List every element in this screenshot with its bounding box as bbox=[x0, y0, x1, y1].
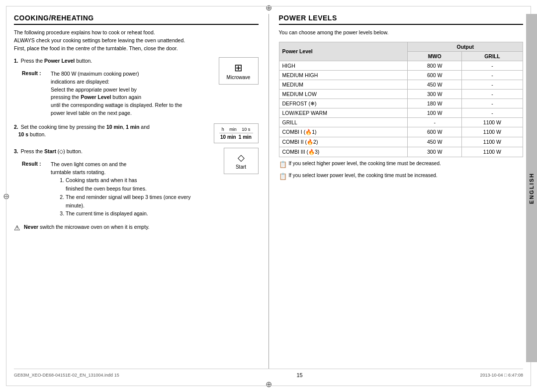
power-level-col-header: Power Level bbox=[279, 42, 408, 61]
table-note-2: 📋 If you select lower power level, the c… bbox=[279, 172, 524, 181]
note2-text: If you select lower power level, the coo… bbox=[289, 172, 438, 179]
timer-box: h min 10 s 10 min 1 min bbox=[214, 123, 259, 143]
page-number: 15 bbox=[296, 372, 302, 378]
step3-content: 3. Press the Start (◇) button. Result : … bbox=[14, 148, 220, 220]
microwave-icon: ⊞ bbox=[225, 62, 252, 74]
result3-row: Result : The oven light comes on and the… bbox=[22, 161, 220, 218]
power-level-cell: DEFROST (❄) bbox=[279, 98, 408, 108]
power-level-cell: HIGH bbox=[279, 61, 408, 70]
footer: GE83M_XEO-DE68-04151E-02_EN_131004.indd … bbox=[14, 369, 523, 378]
microwave-box: ⊞ Microwave bbox=[219, 57, 259, 85]
grill-cell: - bbox=[461, 80, 523, 89]
table-row: MEDIUM HIGH600 W- bbox=[279, 70, 523, 80]
power-level-cell: COMBI I (🔥1) bbox=[279, 127, 408, 137]
timer-10min-value: 10 min bbox=[220, 134, 236, 140]
sub-item-3: The current time is displayed again. bbox=[66, 209, 220, 218]
timer-values-row: 10 min 1 min bbox=[219, 134, 253, 140]
table-row: LOW/KEEP WARM100 W- bbox=[279, 108, 523, 117]
mwo-cell: 600 W bbox=[408, 70, 462, 80]
cooking-title: COOKING/REHEATING bbox=[14, 14, 259, 25]
step1: 1. Press the Power Level button. bbox=[14, 57, 215, 65]
power-levels-table: Power Level Output MWO GRILL HIGH800 W-M… bbox=[279, 42, 524, 157]
two-columns: COOKING/REHEATING The following procedur… bbox=[14, 14, 523, 369]
mwo-cell: - bbox=[408, 117, 462, 127]
timer-1min-value: 1 min bbox=[239, 134, 252, 140]
sub-item-2: The end reminder signal will beep 3 time… bbox=[66, 193, 220, 210]
warning-icon: ⚠ bbox=[14, 224, 22, 232]
start-box: ◇ Start bbox=[224, 148, 259, 174]
timer-min-label: min bbox=[229, 127, 237, 132]
table-row: MEDIUM450 W- bbox=[279, 80, 523, 89]
grill-cell: 1100 W bbox=[461, 127, 523, 137]
table-row: DEFROST (❄)180 W- bbox=[279, 98, 523, 108]
note1-icon: 📋 bbox=[279, 160, 287, 169]
grill-header: GRILL bbox=[461, 51, 523, 61]
power-level-bold1: Power Level bbox=[44, 58, 75, 64]
step2-number: 2. bbox=[14, 124, 18, 130]
step2-content: 2. Set the cooking time by pressing the … bbox=[14, 123, 210, 144]
start-icon: ◇ bbox=[230, 152, 252, 163]
table-row: GRILL-1100 W bbox=[279, 117, 523, 127]
power-level-cell: COMBI II (🔥2) bbox=[279, 137, 408, 147]
table-note-1: 📋 If you select higher power level, the … bbox=[279, 160, 524, 169]
main-content: COOKING/REHEATING The following procedur… bbox=[14, 14, 523, 378]
grill-cell: - bbox=[461, 61, 523, 70]
10min-bold: 10 min bbox=[106, 124, 123, 130]
microwave-label: Microwave bbox=[227, 75, 251, 80]
footer-left: GE83M_XEO-DE68-04151E-02_EN_131004.indd … bbox=[14, 373, 119, 378]
grill-cell: 1100 W bbox=[461, 117, 523, 127]
timer-h-label: h bbox=[222, 127, 224, 132]
grill-cell: - bbox=[461, 89, 523, 98]
grill-cell: - bbox=[461, 108, 523, 117]
english-sidebar: ENGLISH bbox=[526, 14, 537, 362]
mwo-cell: 450 W bbox=[408, 137, 462, 147]
power-level-cell: MEDIUM bbox=[279, 80, 408, 89]
step3: 3. Press the Start (◇) button. bbox=[14, 148, 220, 156]
note2-icon: 📋 bbox=[279, 172, 287, 181]
grill-cell: 1100 W bbox=[461, 147, 523, 157]
power-levels-intro: You can choose among the power levels be… bbox=[279, 29, 524, 37]
result3-sublist: Cooking starts and when it hasfinished t… bbox=[61, 176, 220, 218]
right-column: POWER LEVELS You can choose among the po… bbox=[269, 14, 524, 369]
warning-text: Never switch the microwave oven on when … bbox=[24, 224, 150, 230]
step1-number: 1. bbox=[14, 58, 18, 64]
sub-item-1: Cooking starts and when it hasfinished t… bbox=[66, 176, 220, 193]
timer-10s-label: 10 s bbox=[242, 127, 250, 132]
note1-text: If you select higher power level, the co… bbox=[289, 160, 441, 167]
table-row: COMBI I (🔥1)600 W1100 W bbox=[279, 127, 523, 137]
left-column: COOKING/REHEATING The following procedur… bbox=[14, 14, 269, 369]
mwo-cell: 450 W bbox=[408, 80, 462, 89]
step2: 2. Set the cooking time by pressing the … bbox=[14, 123, 210, 139]
result1-label: Result : bbox=[22, 70, 46, 76]
result1-text: The 800 W (maximum cooking power) indica… bbox=[51, 70, 215, 117]
step2-row: 2. Set the cooking time by pressing the … bbox=[14, 123, 259, 144]
step3-number: 3. bbox=[14, 148, 18, 154]
timer-header-row: h min 10 s bbox=[219, 127, 253, 133]
mwo-cell: 800 W bbox=[408, 61, 462, 70]
grill-cell: - bbox=[461, 70, 523, 80]
step3-row: 3. Press the Start (◇) button. Result : … bbox=[14, 148, 259, 220]
cooking-intro: The following procedure explains how to … bbox=[14, 29, 259, 52]
footer-right: 2013-10-04 □ 6:47:08 bbox=[480, 373, 523, 378]
1min-bold: 1 min bbox=[126, 124, 139, 130]
start-label: Start bbox=[236, 164, 246, 170]
table-row: MEDIUM LOW300 W- bbox=[279, 89, 523, 98]
output-header: Output bbox=[408, 42, 523, 51]
warning-note: ⚠ Never switch the microwave oven on whe… bbox=[14, 224, 259, 232]
result3-text: The oven light comes on and the turntabl… bbox=[51, 161, 220, 218]
mwo-cell: 600 W bbox=[408, 127, 462, 137]
power-level-cell: GRILL bbox=[279, 117, 408, 127]
power-level-cell: COMBI III (🔥3) bbox=[279, 147, 408, 157]
table-row: COMBI II (🔥2)450 W1100 W bbox=[279, 137, 523, 147]
mwo-cell: 300 W bbox=[408, 89, 462, 98]
step1-row: 1. Press the Power Level button. Result … bbox=[14, 57, 259, 119]
table-row: HIGH800 W- bbox=[279, 61, 523, 70]
mwo-cell: 100 W bbox=[408, 108, 462, 117]
power-level-bold2: Power Level bbox=[81, 94, 111, 100]
mwo-cell: 180 W bbox=[408, 98, 462, 108]
table-row: COMBI III (🔥3)300 W1100 W bbox=[279, 147, 523, 157]
power-level-cell: LOW/KEEP WARM bbox=[279, 108, 408, 117]
mwo-cell: 300 W bbox=[408, 147, 462, 157]
grill-cell: - bbox=[461, 98, 523, 108]
power-levels-title: POWER LEVELS bbox=[279, 14, 524, 25]
